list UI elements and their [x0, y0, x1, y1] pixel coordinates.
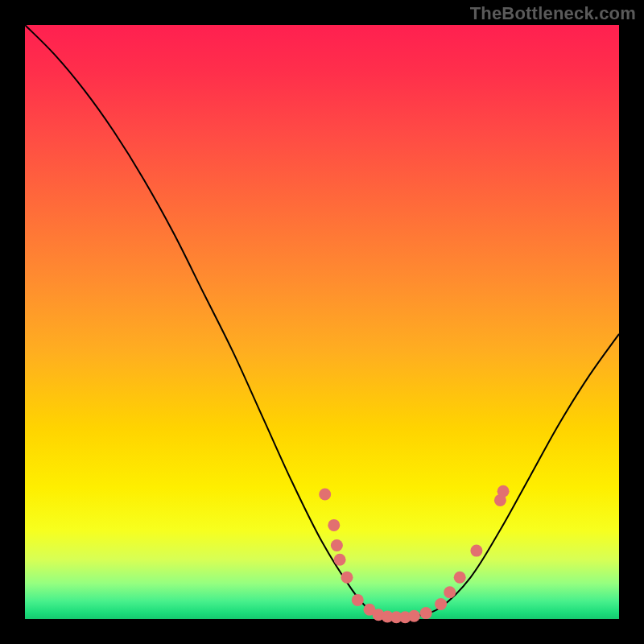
data-point — [470, 545, 482, 557]
data-point — [408, 610, 420, 622]
bottleneck-curve — [25, 25, 619, 619]
data-point — [497, 485, 510, 497]
data-points — [319, 485, 509, 624]
curve-layer — [25, 25, 619, 619]
data-point — [420, 607, 432, 619]
data-point — [328, 519, 340, 531]
data-point — [331, 539, 343, 551]
chart-frame: TheBottleneck.com — [0, 0, 644, 644]
data-point — [435, 598, 447, 610]
data-point — [444, 586, 456, 598]
plot-area — [25, 25, 619, 619]
attribution-label: TheBottleneck.com — [470, 3, 636, 24]
data-point — [319, 489, 331, 501]
data-point — [454, 572, 466, 584]
data-point — [341, 572, 353, 584]
data-point — [334, 554, 346, 566]
data-point — [352, 594, 364, 606]
